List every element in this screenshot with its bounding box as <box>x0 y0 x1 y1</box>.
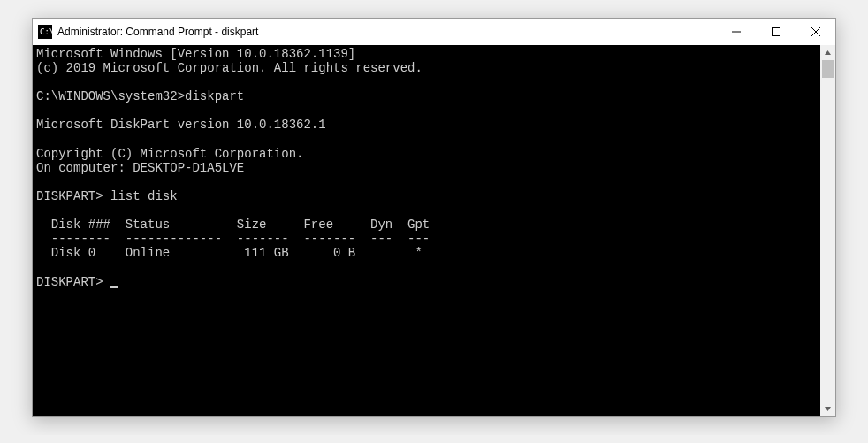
scroll-track[interactable] <box>820 60 835 401</box>
console-area: Microsoft Windows [Version 10.0.18362.11… <box>33 45 835 416</box>
console-line: Copyright (C) Microsoft Corporation. <box>36 147 303 161</box>
command-prompt-window: C:\ Administrator: Command Prompt - disk… <box>32 18 836 417</box>
vertical-scrollbar[interactable] <box>820 45 835 416</box>
close-button[interactable] <box>796 19 835 45</box>
console-line: Disk 0 Online 111 GB 0 B * <box>36 246 423 260</box>
scroll-down-arrow-icon[interactable] <box>820 401 835 416</box>
svg-text:C:\: C:\ <box>40 27 52 36</box>
console-line: C:\WINDOWS\system32>diskpart <box>36 89 244 103</box>
console-line: On computer: DESKTOP-D1A5LVE <box>36 161 244 175</box>
cursor <box>110 286 118 288</box>
maximize-button[interactable] <box>756 19 796 45</box>
console-prompt: DISKPART> <box>36 275 110 289</box>
titlebar[interactable]: C:\ Administrator: Command Prompt - disk… <box>33 19 835 45</box>
cmd-icon: C:\ <box>38 25 52 39</box>
svg-marker-8 <box>825 407 831 411</box>
console-line: DISKPART> list disk <box>36 189 178 203</box>
console-line: -------- ------------- ------- ------- -… <box>36 232 430 246</box>
console-output[interactable]: Microsoft Windows [Version 10.0.18362.11… <box>33 45 820 416</box>
scroll-thumb[interactable] <box>822 60 834 78</box>
console-line: Disk ### Status Size Free Dyn Gpt <box>36 218 430 232</box>
window-title: Administrator: Command Prompt - diskpart <box>57 26 716 38</box>
console-line: Microsoft Windows [Version 10.0.18362.11… <box>36 47 355 61</box>
minimize-button[interactable] <box>716 19 756 45</box>
console-line: Microsoft DiskPart version 10.0.18362.1 <box>36 118 326 132</box>
svg-rect-4 <box>772 28 780 36</box>
scroll-up-arrow-icon[interactable] <box>820 45 835 60</box>
svg-marker-7 <box>825 50 831 55</box>
window-controls <box>716 19 835 45</box>
console-line: (c) 2019 Microsoft Corporation. All righ… <box>36 61 423 75</box>
